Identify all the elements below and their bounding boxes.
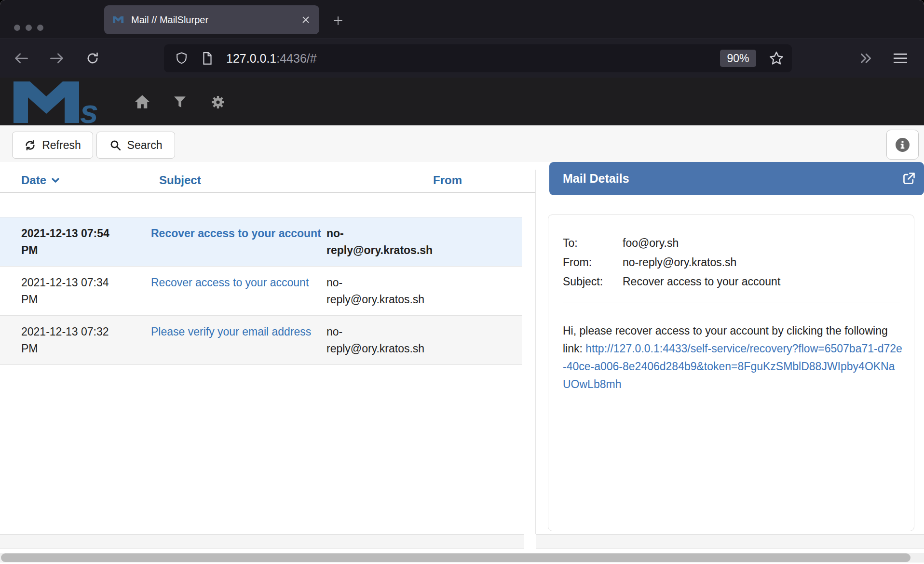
mail-subject-cell: Please verify your email address (151, 323, 326, 364)
mail-subject-link[interactable]: Please verify your email address (151, 325, 311, 338)
browser-nav-bar: 127.0.0.1:4436/# 90% (0, 39, 924, 78)
action-toolbar: Refresh Search (0, 125, 924, 162)
mail-date-cell: 2021-12-13 07:32 PM (0, 323, 151, 364)
to-label: To: (563, 233, 623, 253)
tab-close-icon[interactable] (301, 15, 311, 25)
mailslurper-logo[interactable]: s (14, 81, 112, 126)
mail-details-footer (536, 534, 924, 549)
new-tab-plus-icon[interactable] (332, 14, 344, 27)
url-port-path: :4436/# (276, 52, 316, 65)
bookmark-star-icon[interactable] (768, 50, 785, 67)
mail-subject-link[interactable]: Recover access to your account (151, 276, 309, 289)
mail-subject-cell: Recover access to your account (151, 274, 326, 315)
mail-details-header: Mail Details (549, 162, 924, 195)
refresh-icon (24, 139, 36, 151)
mail-details-title: Mail Details (563, 172, 629, 186)
subject-value: Recover access to your account (623, 272, 780, 291)
mail-body: Hi, please recover access to your accoun… (563, 322, 902, 393)
horizontal-scrollbar-thumb[interactable] (1, 553, 910, 562)
mail-subject-cell: Recover access to your account (151, 225, 326, 266)
reload-icon[interactable] (86, 52, 99, 65)
url-text[interactable]: 127.0.0.1:4436/# (226, 52, 317, 66)
zoom-level-badge[interactable]: 90% (720, 50, 756, 67)
from-label: From: (563, 253, 623, 272)
info-button[interactable] (886, 130, 919, 160)
mail-details-card: To: foo@ory.sh From: no-reply@ory.kratos… (548, 215, 914, 531)
mail-table-header: Date Subject From (0, 170, 535, 193)
mail-from-cell: no-reply@ory.kratos.sh (326, 225, 522, 266)
refresh-button-label: Refresh (42, 139, 81, 152)
mail-details-fields: To: foo@ory.sh From: no-reply@ory.kratos… (563, 233, 780, 291)
column-header-subject: Subject (159, 174, 201, 187)
tab-favicon-mailslurper-icon: s (113, 15, 124, 24)
mail-date-cell: 2021-12-13 07:34 PM (0, 274, 151, 315)
column-header-from: From (433, 174, 462, 187)
overflow-chevrons-icon[interactable] (857, 51, 874, 66)
info-icon (895, 137, 910, 152)
from-value: no-reply@ory.kratos.sh (623, 253, 780, 272)
mail-list-footer (0, 534, 524, 549)
mail-table-body: 2021-12-13 07:54 PM Recover access to yo… (0, 217, 522, 365)
column-header-date-label: Date (21, 174, 46, 187)
sort-chevron-down-icon (50, 175, 61, 185)
window-control-dot[interactable] (26, 25, 32, 31)
browser-tab-strip: s Mail // MailSlurper (0, 0, 924, 39)
url-host: 127.0.0.1 (226, 52, 276, 65)
column-header-date[interactable]: Date (21, 174, 61, 187)
mail-from-cell: no-reply@ory.kratos.sh (326, 323, 522, 364)
mail-date-cell: 2021-12-13 07:54 PM (0, 225, 151, 266)
filter-icon[interactable] (173, 95, 187, 108)
mail-table-row[interactable]: 2021-12-13 07:32 PM Please verify your e… (0, 316, 522, 365)
to-value: foo@ory.sh (623, 233, 780, 253)
menu-hamburger-icon[interactable] (892, 52, 909, 65)
recovery-link[interactable]: http://127.0.0.1:4433/self-service/recov… (563, 342, 902, 390)
home-icon[interactable] (135, 94, 150, 109)
mail-subject-link[interactable]: Recover access to your account (151, 227, 321, 240)
panel-divider (535, 170, 536, 534)
browser-window: s Mail // MailSlurper (0, 0, 924, 564)
page-icon[interactable] (201, 52, 214, 65)
search-button-label: Search (127, 139, 163, 152)
tab-mailslurper[interactable]: s Mail // MailSlurper (104, 5, 319, 34)
search-button[interactable]: Search (96, 132, 175, 159)
search-icon (109, 139, 122, 151)
svg-text:s: s (80, 93, 98, 124)
mail-from-cell: no-reply@ory.kratos.sh (326, 274, 522, 315)
refresh-button[interactable]: Refresh (12, 132, 93, 159)
tab-title: Mail // MailSlurper (131, 14, 208, 26)
back-icon[interactable] (14, 51, 29, 66)
mailslurper-navbar: s (0, 78, 924, 125)
window-control-dot[interactable] (37, 25, 43, 31)
shield-icon[interactable] (175, 52, 189, 66)
details-divider (563, 303, 900, 303)
subject-label: Subject: (563, 272, 623, 291)
url-bar[interactable]: 127.0.0.1:4436/# 90% (164, 44, 792, 72)
mail-table-row[interactable]: 2021-12-13 07:34 PM Recover access to yo… (0, 267, 522, 316)
window-control-dot[interactable] (14, 25, 20, 31)
svg-text:s: s (122, 19, 124, 24)
forward-icon[interactable] (49, 51, 65, 66)
gear-icon[interactable] (211, 95, 225, 109)
mail-table-row[interactable]: 2021-12-13 07:54 PM Recover access to yo… (0, 217, 522, 267)
external-link-icon[interactable] (901, 171, 916, 186)
